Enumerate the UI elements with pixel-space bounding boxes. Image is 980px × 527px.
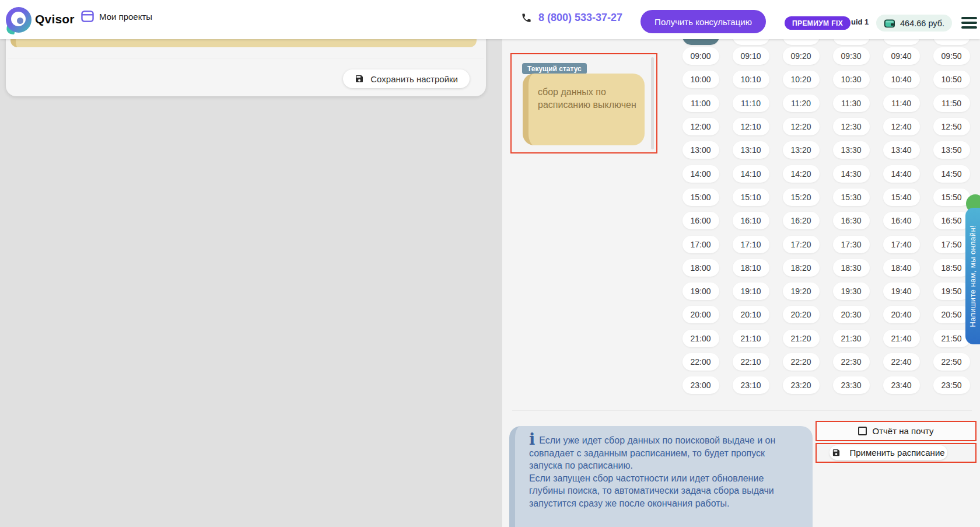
time-pill[interactable]: 11:00: [682, 95, 719, 112]
time-pill[interactable]: 10:10: [733, 71, 769, 88]
time-pill[interactable]: 19:00: [682, 282, 719, 300]
time-pill[interactable]: 22:00: [682, 353, 719, 371]
time-pill[interactable]: 16:10: [733, 212, 769, 229]
apply-schedule-button[interactable]: Применить расписание: [830, 445, 947, 460]
time-pill[interactable]: 17:40: [883, 236, 920, 253]
time-pill[interactable]: 11:30: [833, 95, 870, 112]
time-pill[interactable]: 18:00: [682, 259, 719, 277]
time-pill[interactable]: 11:40: [883, 95, 920, 112]
time-pill[interactable]: 23:40: [883, 376, 920, 394]
time-pill[interactable]: 12:00: [682, 118, 719, 135]
time-pill[interactable]: 13:20: [783, 141, 820, 159]
time-pill[interactable]: 09:10: [733, 47, 769, 65]
report-to-email-option[interactable]: Отчёт на почту: [816, 421, 977, 441]
time-pill[interactable]: 22:40: [883, 353, 920, 371]
time-pill[interactable]: 22:50: [933, 353, 970, 371]
time-pill[interactable]: 21:40: [883, 330, 920, 347]
time-pill[interactable]: 12:40: [883, 118, 920, 135]
time-pill[interactable]: 11:20: [783, 95, 820, 112]
time-pill[interactable]: 18:30: [833, 259, 870, 277]
time-pill[interactable]: 19:40: [883, 282, 920, 300]
chat-tab[interactable]: Напишите нам, мы онлайн!: [965, 208, 980, 344]
time-pill[interactable]: 14:20: [783, 165, 820, 183]
save-settings-button[interactable]: Сохранить настройки: [343, 69, 470, 88]
time-pill[interactable]: 20:30: [833, 306, 870, 323]
header: Qvisor Мои проекты 8 (800) 533-37-27 Пол…: [0, 0, 980, 39]
time-pill[interactable]: 22:30: [833, 353, 870, 371]
time-pill[interactable]: 21:10: [733, 330, 769, 347]
time-pill[interactable]: 12:10: [733, 118, 769, 135]
time-pill[interactable]: 13:40: [883, 141, 920, 159]
get-consultation-button[interactable]: Получить консультацию: [640, 10, 766, 33]
time-pill[interactable]: 16:00: [682, 212, 719, 229]
qvisor-logo-icon[interactable]: [6, 7, 32, 33]
time-pill[interactable]: 14:00: [682, 165, 719, 183]
time-pill[interactable]: 09:20: [783, 47, 820, 65]
time-pill[interactable]: 21:00: [682, 330, 719, 347]
time-pill[interactable]: 12:30: [833, 118, 870, 135]
time-pill[interactable]: 17:20: [783, 236, 820, 253]
time-pill[interactable]: 11:10: [733, 95, 769, 112]
time-pill[interactable]: 13:50: [933, 141, 970, 159]
time-pill[interactable]: 18:40: [883, 259, 920, 277]
time-pill[interactable]: 20:40: [883, 306, 920, 323]
time-pill[interactable]: 17:10: [733, 236, 769, 253]
time-pill[interactable]: 23:30: [833, 376, 870, 394]
time-pill[interactable]: 18:20: [783, 259, 820, 277]
time-pill[interactable]: 16:20: [783, 212, 820, 229]
time-pill[interactable]: 13:30: [833, 141, 870, 159]
time-pill[interactable]: 10:50: [933, 71, 970, 88]
time-pill[interactable]: 09:40: [883, 47, 920, 65]
time-pill[interactable]: 19:20: [783, 282, 820, 300]
time-pill[interactable]: 09:50: [933, 47, 970, 65]
time-pill[interactable]: 15:20: [783, 189, 820, 206]
time-pill[interactable]: 16:30: [833, 212, 870, 229]
time-pill[interactable]: 12:50: [933, 118, 970, 135]
time-pill[interactable]: 19:10: [733, 282, 769, 300]
time-pill[interactable]: 10:20: [783, 71, 820, 88]
time-pill[interactable]: 21:20: [783, 330, 820, 347]
time-pill[interactable]: 19:30: [833, 282, 870, 300]
time-pill[interactable]: 10:40: [883, 71, 920, 88]
time-pill[interactable]: 23:00: [682, 376, 719, 394]
time-pill[interactable]: 23:20: [783, 376, 820, 394]
time-pill[interactable]: 15:10: [733, 189, 769, 206]
report-checkbox[interactable]: [858, 427, 867, 435]
time-pill[interactable]: 14:10: [733, 165, 769, 183]
time-pill[interactable]: 20:20: [783, 306, 820, 323]
time-pill[interactable]: 09:00: [682, 47, 719, 65]
menu-icon[interactable]: [961, 15, 977, 30]
brand-name[interactable]: Qvisor: [35, 12, 75, 26]
time-pill[interactable]: 14:30: [833, 165, 870, 183]
time-pill[interactable]: 15:00: [682, 189, 719, 206]
time-pill[interactable]: 15:30: [833, 189, 870, 206]
phone-link[interactable]: 8 (800) 533-37-27: [521, 12, 622, 24]
time-pill[interactable]: 11:50: [933, 95, 970, 112]
balance-pill[interactable]: 464.66 руб.: [876, 15, 952, 32]
time-pill[interactable]: 23:50: [933, 376, 970, 394]
wallet-icon: [884, 18, 895, 29]
time-pill[interactable]: 16:40: [883, 212, 920, 229]
time-pill[interactable]: 12:20: [783, 118, 820, 135]
divider: [8, 58, 484, 58]
scrollbar[interactable]: [651, 57, 654, 149]
time-pill[interactable]: 17:00: [682, 236, 719, 253]
time-pill[interactable]: 13:00: [682, 141, 719, 159]
time-pill[interactable]: 14:40: [883, 165, 920, 183]
time-pill[interactable]: 20:10: [733, 306, 769, 323]
nav-my-projects[interactable]: Мои проекты: [81, 11, 152, 22]
time-pill[interactable]: 20:00: [682, 306, 719, 323]
time-pill[interactable]: 21:30: [833, 330, 870, 347]
time-pill[interactable]: 09:30: [833, 47, 870, 65]
time-pill[interactable]: 10:00: [682, 71, 719, 88]
time-pill[interactable]: 22:20: [783, 353, 820, 371]
time-pill[interactable]: 10:30: [833, 71, 870, 88]
premium-badge[interactable]: ПРЕМИУМ FIX: [785, 16, 850, 30]
time-pill[interactable]: 14:50: [933, 165, 970, 183]
time-pill[interactable]: 15:40: [883, 189, 920, 206]
time-pill[interactable]: 23:10: [733, 376, 769, 394]
time-pill[interactable]: 13:10: [733, 141, 769, 159]
time-pill[interactable]: 22:10: [733, 353, 769, 371]
time-pill[interactable]: 18:10: [733, 259, 769, 277]
time-pill[interactable]: 17:30: [833, 236, 870, 253]
